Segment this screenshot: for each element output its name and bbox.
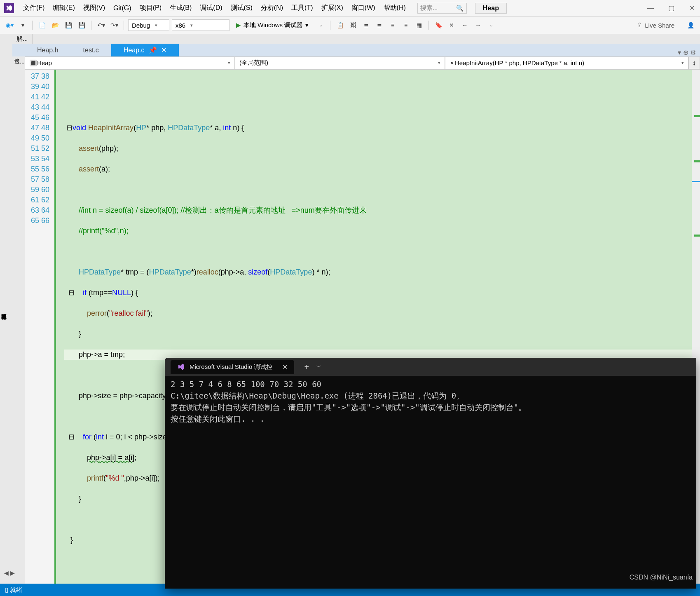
tab-test-c[interactable]: test.c bbox=[71, 44, 111, 56]
platform-combo[interactable]: x86 bbox=[172, 19, 229, 31]
tb-icon-1[interactable]: ▫ bbox=[315, 20, 326, 31]
tab-overflow-icon[interactable]: ▾ ⊕ ⚙ bbox=[674, 49, 700, 56]
tb-icon-5[interactable]: ≣ bbox=[374, 20, 385, 31]
watermark: CSDN @NiNi_suanfa bbox=[630, 574, 693, 581]
menu-debug[interactable]: 调试(D) bbox=[196, 2, 226, 14]
menu-git[interactable]: Git(G) bbox=[109, 3, 136, 14]
pin-icon[interactable]: 📌 bbox=[149, 46, 157, 54]
tb-icon-11[interactable]: ← bbox=[459, 20, 470, 31]
vs-icon bbox=[177, 363, 185, 371]
minimize-icon[interactable]: — bbox=[646, 4, 655, 12]
close-icon[interactable]: ✕ bbox=[688, 4, 696, 12]
live-share-button[interactable]: ⇪Live Share bbox=[637, 21, 674, 29]
menu-tools[interactable]: 工具(T) bbox=[287, 2, 317, 14]
console-tab[interactable]: Microsoft Visual Studio 调试控 ✕ bbox=[171, 360, 294, 374]
menu-edit[interactable]: 编辑(E) bbox=[49, 2, 79, 14]
menu-view[interactable]: 视图(V) bbox=[79, 2, 109, 14]
tb-icon-10[interactable]: ✕ bbox=[446, 20, 457, 31]
vs-logo-icon bbox=[4, 3, 14, 13]
saveall-icon[interactable]: 💾 bbox=[76, 20, 87, 31]
tab-heap-c[interactable]: Heap.c📌✕ bbox=[111, 44, 179, 56]
config-combo[interactable]: Debug bbox=[128, 19, 169, 31]
nav-scope-combo[interactable]: (全局范围) bbox=[235, 56, 445, 69]
titlebar: 文件(F) 编辑(E) 视图(V) Git(G) 项目(P) 生成(B) 调试(… bbox=[0, 0, 700, 16]
redo-icon[interactable]: ↷▾ bbox=[109, 20, 119, 31]
tab-heap-h[interactable]: Heap.h bbox=[25, 44, 71, 56]
console-output: 2 3 5 7 4 6 8 65 100 70 32 50 60 C:\gite… bbox=[165, 376, 696, 427]
fwd-icon[interactable]: ▾ bbox=[17, 20, 28, 31]
menu-help[interactable]: 帮助(H) bbox=[379, 2, 410, 14]
fold-column[interactable] bbox=[54, 70, 64, 596]
menu-extensions[interactable]: 扩展(X) bbox=[317, 2, 347, 14]
back-icon[interactable]: ◉▾ bbox=[4, 20, 15, 31]
tb-icon-7[interactable]: ≡ bbox=[400, 20, 411, 31]
split-icon[interactable]: ↕ bbox=[688, 56, 700, 69]
undo-icon[interactable]: ↶▾ bbox=[96, 20, 106, 31]
tb-icon-12[interactable]: → bbox=[473, 20, 483, 31]
nav-function-combo[interactable]: ⚬ HeapInitArray(HP * php, HPDataType * a… bbox=[445, 56, 688, 69]
tb-icon-13[interactable]: ▫ bbox=[486, 20, 496, 31]
tb-icon-6[interactable]: ≡ bbox=[387, 20, 398, 31]
close-tab-icon[interactable]: ✕ bbox=[161, 46, 166, 54]
scroll-arrows[interactable]: ◀ ▶ bbox=[4, 570, 15, 576]
maximize-icon[interactable]: ▢ bbox=[667, 4, 675, 12]
save-icon[interactable]: 💾 bbox=[63, 20, 74, 31]
menu-build[interactable]: 生成(B) bbox=[166, 2, 196, 14]
console-tab-close-icon[interactable]: ✕ bbox=[282, 363, 288, 371]
file-tabs: Heap.h test.c Heap.c📌✕ ▾ ⊕ ⚙ bbox=[12, 44, 700, 56]
solution-explorer-tab[interactable]: 解... bbox=[12, 35, 32, 43]
console-dropdown-icon[interactable]: ﹀ bbox=[316, 364, 321, 371]
tb-icon-8[interactable]: ▦ bbox=[414, 20, 424, 31]
left-sidebar: 服务器资源管理器 工具箱 bbox=[0, 34, 12, 584]
tb-icon-9[interactable]: 🔖 bbox=[433, 20, 444, 31]
toolbar: ◉▾ ▾ 📄 📂 💾 💾 ↶▾ ↷▾ Debug x86 本地 Windows … bbox=[0, 16, 700, 34]
line-gutter: 37 38 39 40 41 42 43 44 45 46 47 48 49 5… bbox=[25, 70, 54, 596]
menu-project[interactable]: 项目(P) bbox=[136, 2, 166, 14]
account-icon[interactable]: 👤 bbox=[685, 20, 696, 31]
menu-test[interactable]: 测试(S) bbox=[227, 2, 257, 14]
tb-icon-2[interactable]: 📋 bbox=[335, 20, 345, 31]
search-input[interactable]: 搜索...🔍 bbox=[417, 3, 467, 14]
tb-icon-3[interactable]: 🖼 bbox=[348, 20, 358, 31]
share-icon: ⇪ bbox=[637, 21, 642, 29]
menu-file[interactable]: 文件(F) bbox=[19, 2, 49, 14]
console-new-tab-icon[interactable]: + bbox=[304, 362, 309, 372]
status-text: ▯ 就绪 bbox=[5, 586, 22, 594]
search-icon: 🔍 bbox=[456, 5, 464, 12]
tb-icon-4[interactable]: ≣ bbox=[361, 20, 372, 31]
search-side-tab[interactable]: 搜... bbox=[12, 56, 25, 596]
menu-window[interactable]: 窗口(W) bbox=[347, 2, 379, 14]
menu-analyze[interactable]: 分析(N) bbox=[257, 2, 287, 14]
new-icon[interactable]: 📄 bbox=[37, 20, 47, 31]
open-icon[interactable]: 📂 bbox=[50, 20, 61, 31]
debug-console-window[interactable]: Microsoft Visual Studio 调试控 ✕ + ﹀ 2 3 5 … bbox=[165, 358, 696, 589]
start-debug-button[interactable]: 本地 Windows 调试器▾ bbox=[232, 21, 313, 29]
nav-project-combo[interactable]: 🔳 Heap bbox=[25, 56, 235, 69]
solution-name[interactable]: Heap bbox=[475, 3, 507, 14]
